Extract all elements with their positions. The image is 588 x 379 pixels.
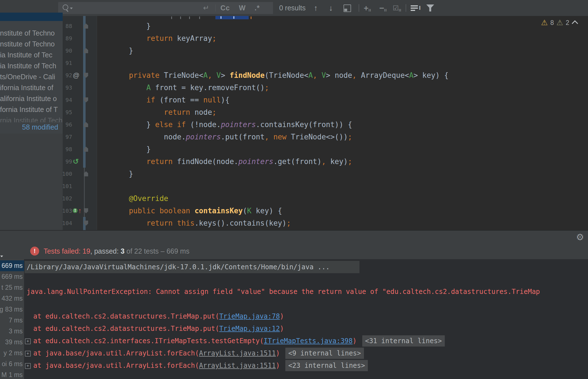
code-line[interactable]: return keyArray; [111,32,217,45]
line-number: 102 [63,192,72,205]
recent-file-item[interactable]: ia Institute of Tec [0,50,63,60]
toolbar-separator [406,4,406,12]
code-line[interactable]: return this.keys().contains(key); [111,217,291,229]
expand-fold-icon[interactable]: + [25,338,31,344]
selection-highlight [215,16,249,19]
prev-occurrence-icon[interactable]: ↑ [314,0,318,16]
recursive-call-icon[interactable]: ↺ [73,155,79,168]
status-segment: 3 [121,247,124,255]
test-tree-row[interactable]: 669 ms [0,260,24,271]
code-line[interactable]: return node; [111,106,217,118]
test-duration: 6 ms [9,360,23,368]
inspections-widget[interactable]: ⚠ 8 ⚠ 2 [541,17,578,28]
code-line[interactable]: if (front == null){ [111,94,230,106]
test-duration: 2 ms [9,349,23,357]
selected-file-row[interactable] [0,13,63,21]
internal-lines-badge[interactable]: <23 internal lines> [285,360,368,371]
next-occurrence-icon[interactable]: ↓ [329,0,333,16]
code-line[interactable]: private TrieNode<A, V> findNode(TrieNode… [111,69,448,81]
chevron-up-icon[interactable] [572,20,578,27]
regex-toggle[interactable]: .* [255,2,260,14]
filter-icon[interactable] [426,4,434,11]
code-line[interactable]: } [111,45,133,57]
recent-file-item[interactable]: nstitute of Techno [0,39,63,50]
overrides-arrow-icon[interactable]: ↑ [78,206,82,215]
line-number: 95 [63,106,72,118]
line-number: 100 [63,168,72,180]
vcs-change-strip[interactable] [83,16,86,168]
test-duration: 1 ms [9,371,23,379]
test-tree-row[interactable]: 3 ms [0,326,24,337]
gear-icon[interactable]: ⚙ [576,231,584,243]
implements-method-icon[interactable]: I [73,208,77,213]
code-line[interactable]: } else if (!node.pointers.containsKey(fr… [111,118,352,131]
code-line[interactable]: A front = key.removeFront(); [111,81,269,94]
weak-warning-icon: ⚠ [556,17,563,28]
internal-lines-badge[interactable]: <31 internal lines> [362,335,445,347]
sort-caret-icon [0,256,3,257]
test-tree-row[interactable]: oi6 ms [0,359,24,369]
test-tree-row[interactable]: g83 ms [0,304,24,315]
code-line[interactable]: } [111,143,151,155]
test-tree-row[interactable]: 669 ms [0,271,24,282]
annotation-gutter-icon: @ [73,69,79,81]
test-duration: 39 ms [5,338,23,346]
test-tree-row[interactable]: 432 ms [0,293,24,304]
recent-file-item[interactable]: ts/OneDrive - Cali [0,71,63,82]
source-link[interactable]: ITrieMapTests.java:398 [264,337,353,345]
expand-fold-icon[interactable]: + [25,363,31,369]
field-separator [215,4,216,11]
code-editor[interactable]: 88 }89 return keyArray;90 }9192@ private… [63,16,588,230]
match-case-toggle[interactable]: Cc [220,2,230,14]
line-number: 92 [63,69,72,81]
remove-occurrence-icon[interactable]: −II [379,0,387,16]
recent-files-popup: nstitute of Technonstitute of Technoia I… [0,13,63,134]
code-line[interactable]: return findNode(node.pointers.get(front)… [111,155,352,168]
tests-failed-icon: ! [30,247,39,256]
source-link[interactable]: TrieMap.java:78 [219,312,280,320]
code-line[interactable]: } [111,168,133,180]
test-tree-row[interactable]: 39 ms [0,337,24,348]
test-tree-row[interactable]: t25 ms [0,282,24,293]
source-link[interactable]: ArrayList.java:1511 [199,362,276,369]
check-occurrences-icon[interactable]: ☑II [393,0,401,16]
weak-warning-count: 2 [566,19,569,27]
run-tool-window: ⚙ ↕ ! Tests failed: 19, passed: 3 of 22 … [0,230,588,379]
find-options-icon[interactable]: I [411,0,421,16]
test-status-row: ↕ ! Tests failed: 19, passed: 3 of 22 te… [0,243,588,259]
source-link[interactable]: ArrayList.java:1511 [199,349,276,357]
ide-window: ↵ Cc W .* 0 results ↑ ↓ +II −II ☑II I [0,0,588,379]
words-toggle[interactable]: W [239,2,246,14]
newline-icon[interactable]: ↵ [203,2,209,14]
test-duration: 83 ms [5,306,23,313]
recent-file-item[interactable]: alifornia Institute o [0,93,63,104]
test-duration: 669 ms [2,262,23,270]
code-line[interactable]: node.pointers.put(front, new TrieNode<>(… [111,131,352,143]
recent-file-item[interactable]: ifornia Institute of [0,82,63,93]
source-link[interactable]: TrieMap.java:12 [219,325,280,333]
recent-file-item[interactable]: fornia Institute of T [0,104,63,115]
recent-file-item[interactable]: nstitute of Techno [0,28,63,39]
test-tree-row[interactable]: 7 ms [0,315,24,326]
recent-file-item[interactable]: rnia Institute of Tech [0,115,63,122]
code-line[interactable]: } [111,20,151,32]
expand-fold-icon[interactable]: + [25,351,31,357]
test-tree-row[interactable]: y2 ms [0,348,24,359]
search-options-caret-icon[interactable] [70,8,73,9]
search-icon[interactable] [63,4,68,10]
test-tree-row[interactable]: M1 ms [0,369,24,379]
line-number: 103 [63,205,72,217]
internal-lines-badge[interactable]: <9 internal lines> [285,348,364,359]
line-number: 101 [63,180,72,192]
search-input[interactable]: ↵ Cc W .* [58,2,273,14]
select-all-occurrences-icon[interactable] [344,4,351,12]
test-tree[interactable]: 669 ms669 mst25 ms432 msg83 ms7 ms3 ms39… [0,259,24,379]
line-number: 96 [63,118,72,131]
code-line[interactable]: @Override [111,192,168,205]
recent-file-item[interactable]: ia Institute of Tech [0,60,63,71]
test-console[interactable]: /Library/Java/JavaVirtualMachines/jdk-17… [25,259,588,379]
sort-icon[interactable]: ↕ [0,245,1,256]
add-occurrence-icon[interactable]: +II [364,0,371,16]
code-line[interactable]: public boolean containsKey(K key) { [111,205,282,217]
status-segment: of 22 tests – 669 ms [124,247,189,255]
